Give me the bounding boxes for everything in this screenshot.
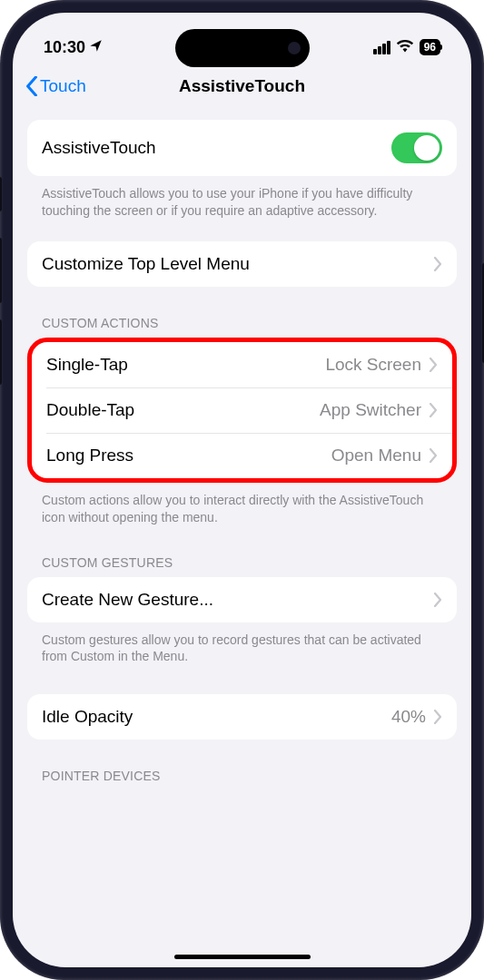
section-assistivetouch: AssistiveTouch AssistiveTouch allows you… <box>27 120 457 220</box>
double-tap-label: Double-Tap <box>46 400 320 420</box>
nav-bar: Touch AssistiveTouch <box>13 67 471 120</box>
assistivetouch-label: AssistiveTouch <box>42 138 391 158</box>
assistivetouch-toggle[interactable] <box>391 132 442 163</box>
status-left: 10:30 <box>44 38 103 57</box>
row-assistivetouch-toggle[interactable]: AssistiveTouch <box>27 120 457 176</box>
chevron-left-icon <box>25 76 38 96</box>
wifi-icon <box>396 38 414 57</box>
row-customize-top-level[interactable]: Customize Top Level Menu <box>27 241 457 287</box>
customize-label: Customize Top Level Menu <box>42 254 433 274</box>
group-customize-menu: Customize Top Level Menu <box>27 241 457 287</box>
custom-gestures-header: CUSTOM GESTURES <box>27 555 457 577</box>
content: AssistiveTouch AssistiveTouch allows you… <box>13 120 471 790</box>
group-assistivetouch: AssistiveTouch <box>27 120 457 176</box>
long-press-value: Open Menu <box>331 446 421 466</box>
pointer-devices-header: POINTER DEVICES <box>27 769 457 790</box>
section-idle-opacity: Idle Opacity 40% <box>27 694 457 740</box>
chevron-right-icon <box>433 257 442 271</box>
assistivetouch-footer: AssistiveTouch allows you to use your iP… <box>27 176 457 220</box>
idle-opacity-value: 40% <box>391 707 426 727</box>
status-time: 10:30 <box>44 38 85 57</box>
custom-actions-header: CUSTOM ACTIONS <box>27 316 457 338</box>
home-indicator[interactable] <box>174 955 311 959</box>
custom-gestures-footer: Custom gestures allow you to record gest… <box>27 622 457 666</box>
row-create-gesture[interactable]: Create New Gesture... <box>27 577 457 622</box>
section-custom-gestures: CUSTOM GESTURES Create New Gesture... Cu… <box>27 555 457 666</box>
back-button[interactable]: Touch <box>25 76 86 96</box>
row-double-tap[interactable]: Double-Tap App Switcher <box>32 387 452 433</box>
row-single-tap[interactable]: Single-Tap Lock Screen <box>32 342 452 387</box>
idle-opacity-label: Idle Opacity <box>42 707 391 727</box>
row-idle-opacity[interactable]: Idle Opacity 40% <box>27 694 457 740</box>
chevron-right-icon <box>433 593 442 607</box>
group-custom-actions: Single-Tap Lock Screen Double-Tap App Sw… <box>27 338 457 483</box>
chevron-right-icon <box>429 448 438 463</box>
row-long-press[interactable]: Long Press Open Menu <box>32 433 452 478</box>
chevron-right-icon <box>429 358 438 372</box>
back-label: Touch <box>40 76 86 96</box>
chevron-right-icon <box>433 710 442 724</box>
battery-icon: 96 <box>420 39 440 55</box>
status-right: 96 <box>373 38 440 57</box>
dynamic-island <box>175 29 310 67</box>
volume-up-button <box>0 238 2 303</box>
custom-actions-footer: Custom actions allow you to interact dir… <box>27 483 457 526</box>
camera-dot <box>288 42 301 54</box>
single-tap-label: Single-Tap <box>46 355 325 375</box>
double-tap-value: App Switcher <box>320 400 421 420</box>
group-custom-gestures: Create New Gesture... <box>27 577 457 622</box>
cellular-icon <box>373 41 390 54</box>
page-title: AssistiveTouch <box>179 76 305 96</box>
location-icon <box>89 38 103 57</box>
battery-percent: 96 <box>424 41 436 54</box>
device-frame: 10:30 96 Touch <box>0 0 484 980</box>
chevron-right-icon <box>429 403 438 417</box>
single-tap-value: Lock Screen <box>325 355 421 375</box>
section-pointer-devices: POINTER DEVICES <box>27 769 457 790</box>
screen: 10:30 96 Touch <box>13 13 471 967</box>
create-gesture-label: Create New Gesture... <box>42 590 433 610</box>
volume-down-button <box>0 319 2 385</box>
section-customize-menu: Customize Top Level Menu <box>27 241 457 287</box>
group-idle-opacity: Idle Opacity 40% <box>27 694 457 740</box>
silence-button <box>0 177 2 211</box>
long-press-label: Long Press <box>46 446 331 466</box>
section-custom-actions: CUSTOM ACTIONS Single-Tap Lock Screen Do… <box>27 316 457 526</box>
